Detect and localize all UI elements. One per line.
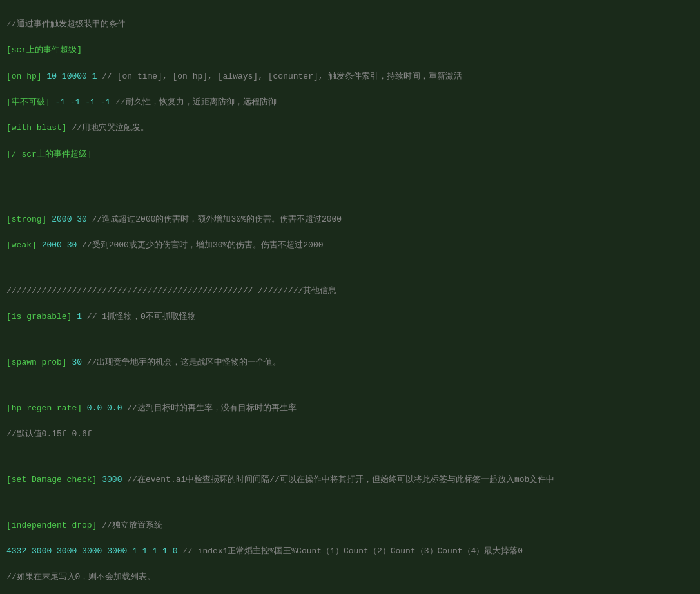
spacer-3: [6, 265, 694, 271]
val-2000-weak: 2000: [42, 240, 62, 250]
comment-text: //通过事件触发超级装甲的条件: [6, 19, 126, 29]
line-hp-regen: [hp regen rate] 0.0 0.0 //达到目标时的再生率，没有目标…: [6, 402, 694, 415]
val-is-grabable: 1: [77, 312, 82, 321]
spacer-4: [6, 337, 694, 343]
bracket-scr-end: [/ scr上的事件超级]: [6, 149, 92, 159]
bracket-spawn-prob: [spawn prob]: [6, 358, 67, 367]
line-on-hp: [on hp] 10 10000 1 // [on time], [on hp]…: [6, 70, 694, 83]
comment-is-grabable: // 1抓怪物，0不可抓取怪物: [87, 312, 196, 321]
comment-spawn-prob: //出现竞争地宇的机会，这是战区中怪物的一个值。: [87, 358, 282, 367]
comment-set-damage: //在event.ai中检查损坏的时间间隔//可以在操作中将其打开，但始终可以将…: [127, 475, 554, 484]
line-scr-event: [scr上的事件超级]: [6, 44, 694, 57]
val-drop-1-4: 1: [162, 546, 168, 556]
line-is-grabable: [is grabable] 1 // 1抓怪物，0不可抓取怪物: [6, 311, 694, 323]
line-strong: [strong] 2000 30 //造成超过2000的伤害时，额外增加30%的…: [6, 213, 694, 226]
val-30-strong: 30: [77, 215, 87, 224]
bracket-on-hp: [on hp]: [6, 72, 42, 81]
bracket-unbreakable: [牢不可破]: [6, 97, 50, 107]
comment-with-blast: //用地穴哭泣触发。: [72, 123, 149, 133]
val-drop-3000-4: 3000: [107, 546, 127, 556]
line-set-damage: [set Damage check] 3000 //在event.ai中检查损坏…: [6, 474, 694, 486]
bracket-is-grabable: [is grabable]: [6, 312, 72, 321]
val-drop-3000-3: 3000: [82, 546, 102, 556]
comment-drop-end: //如果在末尾写入0，则不会加载列表。: [6, 572, 155, 582]
val-set-damage: 3000: [102, 475, 122, 484]
line-with-blast: [with blast] //用地穴哭泣触发。: [6, 122, 694, 135]
comment-hp-regen-default: //默认值0.15f 0.6f: [6, 429, 92, 439]
line-spawn-prob: [spawn prob] 30 //出现竞争地宇的机会，这是战区中怪物的一个值。: [6, 356, 694, 369]
spacer-6: [6, 454, 694, 460]
comment-other-info: ////////////////////////////////////////…: [6, 286, 336, 296]
val-10: 10: [46, 72, 57, 81]
val-10000: 10000: [62, 72, 87, 81]
val-spawn-prob: 30: [72, 358, 82, 367]
comment-independent-drop: //独立放置系统: [102, 521, 162, 530]
bracket-weak: [weak]: [6, 240, 37, 250]
bracket-set-damage: [set Damage check]: [6, 475, 97, 484]
bracket-scr: [scr上的事件超级]: [6, 45, 82, 55]
spacer-1: [6, 174, 694, 180]
val-drop-3000-2: 3000: [57, 546, 77, 556]
val-1: 1: [92, 72, 97, 81]
line-scr-end: [/ scr上的事件超级]: [6, 148, 694, 161]
comment-hp-regen: //达到目标时的再生率，没有目标时的再生率: [127, 403, 297, 413]
line-weak: [weak] 2000 30 //受到2000或更少的伤害时，增加30%的伤害。…: [6, 239, 694, 252]
val-neg1-2: -1: [70, 97, 81, 107]
comment-strong: //造成超过2000的伤害时，额外增加30%的伤害。伤害不超过2000: [92, 215, 342, 224]
bracket-hp-regen: [hp regen rate]: [6, 403, 82, 413]
val-30-weak: 30: [67, 240, 77, 250]
spacer-2: [6, 193, 694, 200]
spacer-7: [6, 499, 694, 506]
code-content: //通过事件触发超级装甲的条件 [scr上的事件超级] [on hp] 10 1…: [6, 5, 694, 594]
bracket-independent-drop: [independent drop]: [6, 521, 97, 530]
line-comment1: //通过事件触发超级装甲的条件: [6, 18, 694, 31]
val-drop-3000-1: 3000: [32, 546, 52, 556]
val-hp-regen-1: 0.0: [87, 403, 102, 413]
line-other-info: ////////////////////////////////////////…: [6, 285, 694, 298]
bracket-with-blast: [with blast]: [6, 123, 67, 133]
line-drop-comment: //如果在末尾写入0，则不会加载列表。: [6, 571, 694, 584]
val-2000-strong: 2000: [52, 215, 72, 224]
comment-unbreakable: //耐久性，恢复力，近距离防御，远程防御: [115, 97, 277, 107]
line-unbreakable: [牢不可破] -1 -1 -1 -1 //耐久性，恢复力，近距离防御，远程防御: [6, 96, 694, 109]
spacer-5: [6, 382, 694, 388]
val-drop-0: 0: [173, 546, 178, 556]
val-neg1-3: -1: [85, 97, 95, 107]
val-drop-4332: 4332: [6, 546, 26, 556]
comment-on-hp: // [on time], [on hp], [always], [conunt…: [102, 72, 462, 81]
val-neg1-4: -1: [101, 97, 111, 107]
val-drop-1-2: 1: [142, 546, 148, 556]
line-hp-regen-default: //默认值0.15f 0.6f: [6, 428, 694, 441]
val-drop-1-1: 1: [132, 546, 137, 556]
val-neg1-1: -1: [55, 97, 65, 107]
val-hp-regen-2: 0.0: [107, 403, 122, 413]
comment-drop-values: // index1正常熖主控%国王%Count（1）Count（2）Count（…: [182, 546, 523, 556]
comment-weak: //受到2000或更少的伤害时，增加30%的伤害。伤害不超过2000: [82, 240, 323, 250]
line-independent-drop-title: [independent drop] //独立放置系统: [6, 519, 694, 532]
val-drop-1-3: 1: [152, 546, 157, 556]
line-drop-values: 4332 3000 3000 3000 3000 1 1 1 1 0 // in…: [6, 545, 694, 558]
bracket-strong: [strong]: [6, 215, 46, 224]
